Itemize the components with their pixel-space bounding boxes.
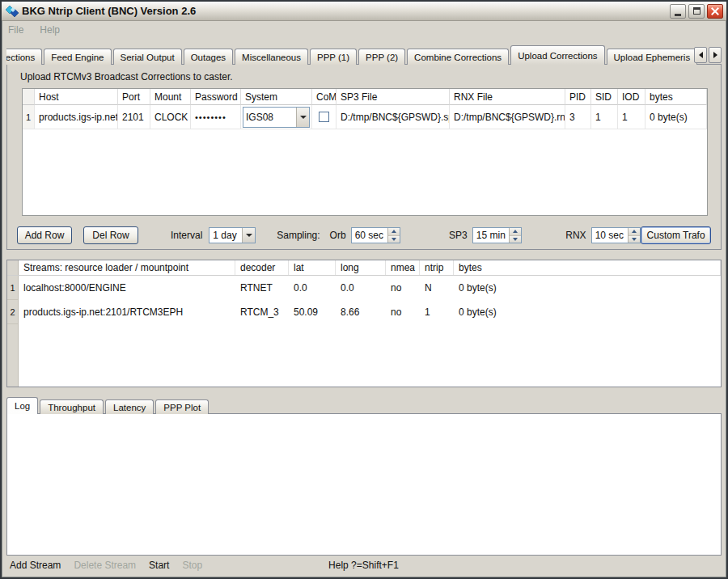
system-value: IGS08 bbox=[243, 112, 296, 123]
add-row-button[interactable]: Add Row bbox=[17, 226, 72, 244]
bottom-tab-bar: Log Throughput Latency PPP Plot bbox=[6, 397, 722, 414]
header-system: System bbox=[241, 89, 312, 105]
header-port: Port bbox=[118, 89, 150, 105]
header-password: Password bbox=[191, 89, 241, 105]
decoder-cell: RTCM_3 bbox=[235, 306, 289, 318]
iod-cell[interactable]: 1 bbox=[618, 105, 645, 129]
sp3-value: 15 min bbox=[473, 228, 509, 243]
tab-corrections-partial[interactable]: rections bbox=[6, 49, 42, 65]
long-cell: 0.0 bbox=[336, 282, 386, 294]
dropdown-button[interactable] bbox=[242, 228, 255, 243]
app-window: BKG Ntrip Client (BNC) Version 2.6 File … bbox=[0, 0, 728, 579]
minimize-icon bbox=[675, 14, 681, 16]
rnx-file-cell[interactable]: D:/tmp/BNC${GPSWD}.rnx bbox=[450, 105, 565, 129]
rnx-label: RNX bbox=[565, 230, 586, 241]
header-com: CoM bbox=[312, 89, 336, 105]
header-decoder: decoder bbox=[235, 260, 289, 275]
rnx-spinner[interactable]: 10 sec bbox=[591, 227, 641, 243]
row-number: 1 bbox=[23, 105, 35, 129]
arrow-up-icon bbox=[513, 230, 518, 233]
host-cell[interactable]: products.igs-ip.net bbox=[35, 105, 118, 129]
dropdown-button[interactable] bbox=[296, 108, 309, 127]
orb-label: Orb bbox=[330, 230, 346, 241]
menu-file[interactable]: File bbox=[8, 24, 23, 36]
ntrip-cell: 1 bbox=[420, 306, 454, 318]
streams-header: Streams: resource loader / mountpoint de… bbox=[7, 260, 721, 276]
tab-ppp-plot[interactable]: PPP Plot bbox=[155, 399, 209, 414]
arrow-up-icon bbox=[632, 230, 637, 233]
tab-scroll-left-button[interactable] bbox=[694, 47, 707, 63]
stream-row[interactable]: products.igs-ip.net:2101/RTCM3EPH RTCM_3… bbox=[19, 300, 721, 324]
tab-latency[interactable]: Latency bbox=[105, 399, 154, 414]
stop-button[interactable]: Stop bbox=[182, 560, 202, 571]
spin-down-button[interactable] bbox=[388, 236, 400, 243]
nmea-cell: no bbox=[386, 306, 420, 318]
tab-ppp-2[interactable]: PPP (2) bbox=[358, 49, 405, 65]
tab-feed-engine[interactable]: Feed Engine bbox=[44, 49, 111, 65]
sid-cell[interactable]: 1 bbox=[591, 105, 618, 129]
close-icon bbox=[711, 7, 719, 15]
ntrip-cell: N bbox=[420, 282, 454, 294]
mount-cell[interactable]: CLOCK bbox=[150, 105, 191, 129]
interval-combobox[interactable]: 1 day bbox=[209, 227, 256, 243]
tab-miscellaneous[interactable]: Miscellaneous bbox=[235, 49, 308, 65]
spin-buttons bbox=[387, 228, 400, 243]
header-long: long bbox=[336, 260, 386, 275]
help-hint: Help ?=Shift+F1 bbox=[328, 560, 399, 571]
com-checkbox[interactable] bbox=[319, 112, 329, 122]
arrow-left-icon bbox=[699, 52, 703, 58]
pid-cell[interactable]: 3 bbox=[565, 105, 591, 129]
row-number: 2 bbox=[7, 300, 18, 324]
title-bar: BKG Ntrip Client (BNC) Version 2.6 bbox=[2, 2, 726, 21]
header-iod: IOD bbox=[618, 89, 645, 105]
delete-stream-button[interactable]: Delete Stream bbox=[74, 560, 136, 571]
start-button[interactable]: Start bbox=[149, 560, 169, 571]
close-button[interactable] bbox=[707, 4, 723, 19]
tab-ppp-1[interactable]: PPP (1) bbox=[310, 49, 357, 65]
chevron-down-icon bbox=[246, 234, 252, 237]
bytes-cell: 0 byte(s) bbox=[454, 282, 721, 294]
maximize-button[interactable] bbox=[688, 4, 705, 19]
spin-up-button[interactable] bbox=[388, 228, 400, 236]
nmea-cell: no bbox=[386, 282, 420, 294]
row-number: 1 bbox=[7, 276, 18, 300]
tab-outages[interactable]: Outages bbox=[184, 49, 233, 65]
spin-up-button[interactable] bbox=[510, 228, 521, 236]
password-cell[interactable]: •••••••• bbox=[191, 105, 241, 129]
app-icon bbox=[6, 5, 19, 18]
tab-throughput[interactable]: Throughput bbox=[40, 399, 104, 414]
add-stream-button[interactable]: Add Stream bbox=[10, 560, 61, 571]
custom-trafo-button[interactable]: Custom Trafo bbox=[641, 226, 711, 244]
spin-down-button[interactable] bbox=[629, 236, 640, 243]
tab-scroll-right-button[interactable] bbox=[709, 47, 722, 63]
streams-table: Streams: resource loader / mountpoint de… bbox=[6, 260, 722, 387]
tab-log[interactable]: Log bbox=[6, 397, 38, 414]
stream-row[interactable]: localhost:8000/ENGINE RTNET 0.0 0.0 no N… bbox=[19, 276, 721, 300]
tab-combine-corrections[interactable]: Combine Corrections bbox=[407, 49, 509, 65]
header-lat: lat bbox=[289, 260, 336, 275]
spin-up-button[interactable] bbox=[629, 228, 640, 236]
sampling-label: Sampling: bbox=[277, 230, 320, 241]
panel-description: Upload RTCMv3 Broadcast Corrections to c… bbox=[15, 70, 713, 88]
system-combobox[interactable]: IGS08 bbox=[243, 107, 310, 128]
spin-buttons bbox=[628, 228, 640, 243]
tab-upload-ephemeris[interactable]: Upload Ephemeris bbox=[607, 49, 698, 65]
sp3-spinner[interactable]: 15 min bbox=[472, 227, 522, 243]
del-row-button[interactable]: Del Row bbox=[83, 226, 138, 244]
tab-serial-output[interactable]: Serial Output bbox=[113, 49, 182, 65]
streams-row-numbers: 1 2 bbox=[7, 276, 19, 387]
spin-down-button[interactable] bbox=[510, 236, 521, 243]
menu-help[interactable]: Help bbox=[40, 24, 60, 36]
menu-bar: File Help bbox=[2, 21, 726, 39]
log-output-area[interactable] bbox=[6, 413, 722, 556]
orb-spinner[interactable]: 60 sec bbox=[351, 227, 400, 243]
lat-cell: 0.0 bbox=[289, 282, 336, 294]
port-cell[interactable]: 2101 bbox=[118, 105, 150, 129]
minimize-button[interactable] bbox=[670, 4, 686, 19]
header-ntrip: ntrip bbox=[420, 260, 454, 275]
upload-table: Host Port Mount Password System CoM SP3 … bbox=[22, 88, 708, 216]
arrow-right-icon bbox=[713, 52, 717, 58]
header-pid: PID bbox=[565, 89, 591, 105]
tab-upload-corrections[interactable]: Upload Corrections bbox=[510, 45, 604, 65]
sp3-file-cell[interactable]: D:/tmp/BNC${GPSWD}.sp3 bbox=[336, 105, 450, 129]
